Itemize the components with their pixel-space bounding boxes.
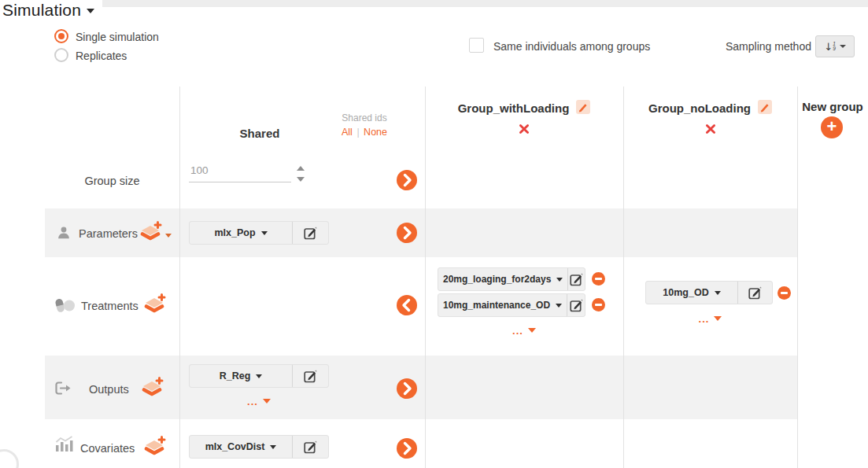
edit-treatment2-button[interactable] xyxy=(567,294,585,316)
grid-line xyxy=(623,87,624,468)
chevron-down-icon xyxy=(715,291,721,295)
edit-treatment1-button[interactable] xyxy=(567,268,585,290)
edit-group-icon[interactable] xyxy=(758,100,772,114)
share-group-size-button[interactable] xyxy=(397,170,417,190)
add-parameters-element-button[interactable] xyxy=(140,221,172,243)
unshare-treatments-button[interactable] xyxy=(397,295,417,315)
outputs-shared-value: R_Reg xyxy=(220,370,251,381)
bar-chart-icon xyxy=(55,436,74,455)
person-icon xyxy=(57,226,71,243)
chevron-down-icon xyxy=(714,316,722,321)
edit-treatment3-button[interactable] xyxy=(737,282,772,304)
outputs-row-label: Outputs xyxy=(89,383,129,396)
chevron-right-icon xyxy=(397,223,417,243)
add-outputs-element-button[interactable] xyxy=(142,377,164,399)
group-noloading-header: Group_noLoading xyxy=(623,100,797,115)
treatment1-select[interactable]: 20mg_loaging_for2days xyxy=(438,268,567,290)
add-group-button[interactable]: + xyxy=(821,116,843,138)
edit-icon xyxy=(748,286,762,300)
covariates-shared-combo: mlx_CovDist xyxy=(189,435,329,459)
group-size-label: Group size xyxy=(45,175,179,187)
remove-treatment1-icon[interactable] xyxy=(592,272,605,286)
more-label: ... xyxy=(247,396,258,407)
covariates-shared-select[interactable]: mlx_CovDist xyxy=(190,436,292,458)
shared-ids-links: All | None xyxy=(321,127,408,138)
treatment3-combo: 10mg_OD xyxy=(645,281,773,304)
radio-single-simulation-label: Single simulation xyxy=(76,31,159,43)
spinner-up-icon[interactable] xyxy=(297,166,305,171)
treatment3-select[interactable]: 10mg_OD xyxy=(646,282,737,304)
same-individuals-checkbox[interactable] xyxy=(469,38,484,53)
more-label: ... xyxy=(512,325,523,337)
spinner-down-icon[interactable] xyxy=(297,177,305,182)
remove-treatment2-icon[interactable] xyxy=(592,298,605,311)
shared-ids-all-link[interactable]: All xyxy=(342,127,353,138)
chevron-down-icon xyxy=(556,278,563,282)
chevron-down-icon xyxy=(261,231,268,235)
edit-outputs-button[interactable] xyxy=(292,365,328,387)
grid-line xyxy=(425,87,426,468)
treatments-row-label: Treatments xyxy=(81,300,139,312)
edit-icon xyxy=(570,299,583,312)
parameters-row-label: Parameters xyxy=(79,227,138,240)
parameters-shared-value: mlx_Pop xyxy=(214,227,255,238)
edit-icon xyxy=(304,440,317,454)
chevron-down-icon xyxy=(270,445,276,449)
shared-ids-header: Shared ids xyxy=(321,112,408,123)
page-title[interactable]: Simulation xyxy=(2,1,94,20)
grid-line xyxy=(797,87,798,468)
chevron-down-icon xyxy=(165,234,172,238)
edit-icon xyxy=(304,227,317,240)
chevron-down-icon xyxy=(87,9,94,13)
covariates-shared-value: mlx_CovDist xyxy=(205,441,265,452)
treatment3-value: 10mg_OD xyxy=(663,287,708,298)
panel-corner-decoration xyxy=(0,449,19,468)
more-treatments-noloading-link[interactable]: ... xyxy=(623,313,797,325)
parameters-shared-select[interactable]: mlx_Pop xyxy=(190,222,292,244)
group-size-input[interactable] xyxy=(189,161,291,182)
export-icon xyxy=(55,381,72,398)
chevron-right-icon xyxy=(397,378,417,399)
layers-plus-icon xyxy=(144,436,166,458)
edit-icon xyxy=(570,273,583,286)
chevron-down-icon xyxy=(840,45,846,48)
chevron-down-icon xyxy=(556,304,562,308)
share-covariates-button[interactable] xyxy=(397,438,417,459)
outputs-shared-combo: R_Reg xyxy=(189,364,329,388)
sampling-method-button[interactable]: ↓ 19 xyxy=(815,35,855,57)
radio-replicates-label: Replicates xyxy=(76,50,127,62)
shared-ids-separator: | xyxy=(356,127,359,138)
chevron-down-icon xyxy=(256,374,262,378)
treatment2-combo: 10mg_maintenance_OD xyxy=(438,293,585,317)
edit-group-icon[interactable] xyxy=(576,100,590,114)
treatment2-select[interactable]: 10mg_maintenance_OD xyxy=(438,294,567,316)
group-withloading-header: Group_withLoading xyxy=(425,100,623,115)
group-withloading-name: Group_withLoading xyxy=(458,101,570,115)
more-outputs-link[interactable]: ... xyxy=(189,396,329,407)
chevron-down-icon xyxy=(528,328,536,333)
radio-replicates[interactable] xyxy=(54,48,68,62)
more-label: ... xyxy=(699,313,710,325)
edit-covariates-button[interactable] xyxy=(292,436,328,458)
shared-ids-none-link[interactable]: None xyxy=(364,127,387,138)
remove-group-withloading-icon[interactable] xyxy=(425,123,623,138)
top-divider xyxy=(102,0,868,7)
add-treatments-element-button[interactable] xyxy=(144,293,166,315)
remove-group-noloading-icon[interactable] xyxy=(623,123,797,138)
radio-single-simulation[interactable] xyxy=(54,29,68,43)
outputs-shared-select[interactable]: R_Reg xyxy=(190,365,292,387)
sampling-method-label: Sampling method xyxy=(726,40,811,53)
group-noloading-name: Group_noLoading xyxy=(648,101,751,115)
add-covariates-element-button[interactable] xyxy=(144,436,166,458)
covariates-row-label: Covariates xyxy=(80,442,135,455)
share-parameters-button[interactable] xyxy=(397,223,417,243)
more-treatments-withloading-link[interactable]: ... xyxy=(425,325,623,337)
edit-icon xyxy=(304,370,317,383)
remove-treatment3-icon[interactable] xyxy=(778,286,791,300)
treatment2-value: 10mg_maintenance_OD xyxy=(443,300,550,311)
simulation-page: Simulation Single simulation Replicates … xyxy=(0,0,868,468)
same-individuals-label: Same individuals among groups xyxy=(493,40,650,53)
edit-parameters-button[interactable] xyxy=(292,222,328,244)
new-group-header: New group xyxy=(797,100,868,113)
share-outputs-button[interactable] xyxy=(397,378,417,399)
